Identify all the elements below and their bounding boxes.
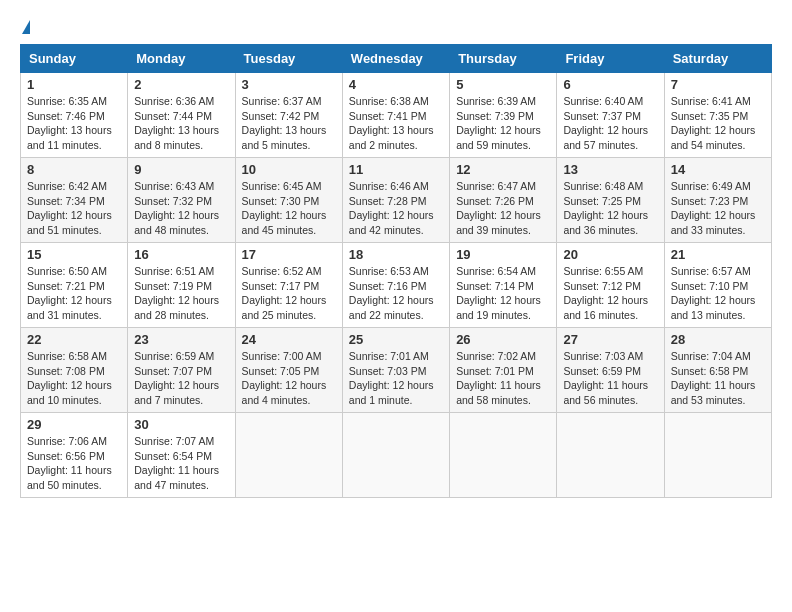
- day-info: Sunrise: 7:00 AM Sunset: 7:05 PM Dayligh…: [242, 349, 336, 408]
- day-info: Sunrise: 6:46 AM Sunset: 7:28 PM Dayligh…: [349, 179, 443, 238]
- day-number: 28: [671, 332, 765, 347]
- day-info: Sunrise: 6:47 AM Sunset: 7:26 PM Dayligh…: [456, 179, 550, 238]
- day-cell-13: 13Sunrise: 6:48 AM Sunset: 7:25 PM Dayli…: [557, 158, 664, 243]
- day-cell-27: 27Sunrise: 7:03 AM Sunset: 6:59 PM Dayli…: [557, 328, 664, 413]
- col-header-thursday: Thursday: [450, 45, 557, 73]
- day-info: Sunrise: 6:40 AM Sunset: 7:37 PM Dayligh…: [563, 94, 657, 153]
- day-info: Sunrise: 6:52 AM Sunset: 7:17 PM Dayligh…: [242, 264, 336, 323]
- day-number: 1: [27, 77, 121, 92]
- day-cell-23: 23Sunrise: 6:59 AM Sunset: 7:07 PM Dayli…: [128, 328, 235, 413]
- day-number: 9: [134, 162, 228, 177]
- day-cell-1: 1Sunrise: 6:35 AM Sunset: 7:46 PM Daylig…: [21, 73, 128, 158]
- day-number: 4: [349, 77, 443, 92]
- day-cell-30: 30Sunrise: 7:07 AM Sunset: 6:54 PM Dayli…: [128, 413, 235, 498]
- day-number: 29: [27, 417, 121, 432]
- day-cell-26: 26Sunrise: 7:02 AM Sunset: 7:01 PM Dayli…: [450, 328, 557, 413]
- day-cell-22: 22Sunrise: 6:58 AM Sunset: 7:08 PM Dayli…: [21, 328, 128, 413]
- day-info: Sunrise: 6:36 AM Sunset: 7:44 PM Dayligh…: [134, 94, 228, 153]
- day-cell-7: 7Sunrise: 6:41 AM Sunset: 7:35 PM Daylig…: [664, 73, 771, 158]
- day-info: Sunrise: 6:42 AM Sunset: 7:34 PM Dayligh…: [27, 179, 121, 238]
- day-info: Sunrise: 6:37 AM Sunset: 7:42 PM Dayligh…: [242, 94, 336, 153]
- day-cell-19: 19Sunrise: 6:54 AM Sunset: 7:14 PM Dayli…: [450, 243, 557, 328]
- day-info: Sunrise: 6:55 AM Sunset: 7:12 PM Dayligh…: [563, 264, 657, 323]
- day-cell-17: 17Sunrise: 6:52 AM Sunset: 7:17 PM Dayli…: [235, 243, 342, 328]
- col-header-tuesday: Tuesday: [235, 45, 342, 73]
- day-number: 24: [242, 332, 336, 347]
- day-info: Sunrise: 6:50 AM Sunset: 7:21 PM Dayligh…: [27, 264, 121, 323]
- day-cell-10: 10Sunrise: 6:45 AM Sunset: 7:30 PM Dayli…: [235, 158, 342, 243]
- day-info: Sunrise: 7:06 AM Sunset: 6:56 PM Dayligh…: [27, 434, 121, 493]
- week-row-3: 15Sunrise: 6:50 AM Sunset: 7:21 PM Dayli…: [21, 243, 772, 328]
- day-number: 21: [671, 247, 765, 262]
- calendar-table: SundayMondayTuesdayWednesdayThursdayFrid…: [20, 44, 772, 498]
- empty-cell: [235, 413, 342, 498]
- day-number: 17: [242, 247, 336, 262]
- day-number: 16: [134, 247, 228, 262]
- day-number: 3: [242, 77, 336, 92]
- day-info: Sunrise: 7:03 AM Sunset: 6:59 PM Dayligh…: [563, 349, 657, 408]
- day-cell-3: 3Sunrise: 6:37 AM Sunset: 7:42 PM Daylig…: [235, 73, 342, 158]
- week-row-1: 1Sunrise: 6:35 AM Sunset: 7:46 PM Daylig…: [21, 73, 772, 158]
- day-cell-8: 8Sunrise: 6:42 AM Sunset: 7:34 PM Daylig…: [21, 158, 128, 243]
- day-cell-11: 11Sunrise: 6:46 AM Sunset: 7:28 PM Dayli…: [342, 158, 449, 243]
- day-number: 30: [134, 417, 228, 432]
- col-header-monday: Monday: [128, 45, 235, 73]
- day-info: Sunrise: 6:57 AM Sunset: 7:10 PM Dayligh…: [671, 264, 765, 323]
- col-header-friday: Friday: [557, 45, 664, 73]
- day-cell-21: 21Sunrise: 6:57 AM Sunset: 7:10 PM Dayli…: [664, 243, 771, 328]
- day-cell-4: 4Sunrise: 6:38 AM Sunset: 7:41 PM Daylig…: [342, 73, 449, 158]
- day-info: Sunrise: 6:41 AM Sunset: 7:35 PM Dayligh…: [671, 94, 765, 153]
- day-cell-12: 12Sunrise: 6:47 AM Sunset: 7:26 PM Dayli…: [450, 158, 557, 243]
- day-info: Sunrise: 6:45 AM Sunset: 7:30 PM Dayligh…: [242, 179, 336, 238]
- day-info: Sunrise: 6:51 AM Sunset: 7:19 PM Dayligh…: [134, 264, 228, 323]
- day-info: Sunrise: 6:35 AM Sunset: 7:46 PM Dayligh…: [27, 94, 121, 153]
- week-row-4: 22Sunrise: 6:58 AM Sunset: 7:08 PM Dayli…: [21, 328, 772, 413]
- day-cell-6: 6Sunrise: 6:40 AM Sunset: 7:37 PM Daylig…: [557, 73, 664, 158]
- day-number: 7: [671, 77, 765, 92]
- day-cell-2: 2Sunrise: 6:36 AM Sunset: 7:44 PM Daylig…: [128, 73, 235, 158]
- day-cell-28: 28Sunrise: 7:04 AM Sunset: 6:58 PM Dayli…: [664, 328, 771, 413]
- logo: [20, 20, 30, 34]
- day-number: 5: [456, 77, 550, 92]
- day-number: 27: [563, 332, 657, 347]
- day-cell-15: 15Sunrise: 6:50 AM Sunset: 7:21 PM Dayli…: [21, 243, 128, 328]
- day-number: 13: [563, 162, 657, 177]
- day-info: Sunrise: 6:58 AM Sunset: 7:08 PM Dayligh…: [27, 349, 121, 408]
- day-info: Sunrise: 6:39 AM Sunset: 7:39 PM Dayligh…: [456, 94, 550, 153]
- day-number: 26: [456, 332, 550, 347]
- empty-cell: [557, 413, 664, 498]
- day-info: Sunrise: 6:43 AM Sunset: 7:32 PM Dayligh…: [134, 179, 228, 238]
- day-cell-9: 9Sunrise: 6:43 AM Sunset: 7:32 PM Daylig…: [128, 158, 235, 243]
- week-row-2: 8Sunrise: 6:42 AM Sunset: 7:34 PM Daylig…: [21, 158, 772, 243]
- empty-cell: [664, 413, 771, 498]
- day-number: 25: [349, 332, 443, 347]
- day-number: 11: [349, 162, 443, 177]
- day-number: 18: [349, 247, 443, 262]
- day-info: Sunrise: 6:54 AM Sunset: 7:14 PM Dayligh…: [456, 264, 550, 323]
- day-number: 20: [563, 247, 657, 262]
- empty-cell: [342, 413, 449, 498]
- col-header-sunday: Sunday: [21, 45, 128, 73]
- day-number: 23: [134, 332, 228, 347]
- logo-triangle-icon: [22, 20, 30, 34]
- day-info: Sunrise: 7:04 AM Sunset: 6:58 PM Dayligh…: [671, 349, 765, 408]
- day-cell-18: 18Sunrise: 6:53 AM Sunset: 7:16 PM Dayli…: [342, 243, 449, 328]
- day-info: Sunrise: 7:07 AM Sunset: 6:54 PM Dayligh…: [134, 434, 228, 493]
- day-cell-16: 16Sunrise: 6:51 AM Sunset: 7:19 PM Dayli…: [128, 243, 235, 328]
- header: [20, 20, 772, 34]
- day-number: 14: [671, 162, 765, 177]
- day-info: Sunrise: 7:02 AM Sunset: 7:01 PM Dayligh…: [456, 349, 550, 408]
- day-info: Sunrise: 7:01 AM Sunset: 7:03 PM Dayligh…: [349, 349, 443, 408]
- day-number: 8: [27, 162, 121, 177]
- day-number: 10: [242, 162, 336, 177]
- day-cell-24: 24Sunrise: 7:00 AM Sunset: 7:05 PM Dayli…: [235, 328, 342, 413]
- day-number: 6: [563, 77, 657, 92]
- day-cell-20: 20Sunrise: 6:55 AM Sunset: 7:12 PM Dayli…: [557, 243, 664, 328]
- day-number: 12: [456, 162, 550, 177]
- day-cell-29: 29Sunrise: 7:06 AM Sunset: 6:56 PM Dayli…: [21, 413, 128, 498]
- week-row-5: 29Sunrise: 7:06 AM Sunset: 6:56 PM Dayli…: [21, 413, 772, 498]
- day-cell-25: 25Sunrise: 7:01 AM Sunset: 7:03 PM Dayli…: [342, 328, 449, 413]
- day-cell-14: 14Sunrise: 6:49 AM Sunset: 7:23 PM Dayli…: [664, 158, 771, 243]
- empty-cell: [450, 413, 557, 498]
- day-number: 15: [27, 247, 121, 262]
